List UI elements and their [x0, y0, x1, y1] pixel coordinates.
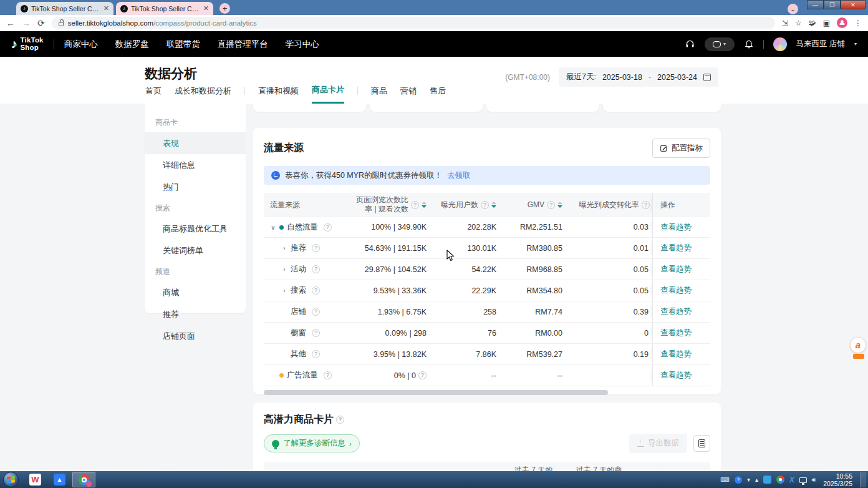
- help-icon[interactable]: ?: [418, 371, 427, 379]
- help-icon[interactable]: ?: [642, 201, 650, 209]
- taskbar-wps[interactable]: W: [24, 472, 47, 487]
- view-trend-link[interactable]: 查看趋势: [660, 285, 692, 296]
- sidebar-item-商品标题优化工具[interactable]: 商品标题优化工具: [145, 218, 246, 240]
- volume-icon[interactable]: 🔊︎: [812, 477, 816, 483]
- minimize-button[interactable]: —: [807, 0, 824, 9]
- scrollbar-thumb[interactable]: [264, 390, 608, 395]
- sort-icon[interactable]: [422, 202, 427, 208]
- expand-icon[interactable]: ∨: [270, 224, 276, 231]
- ime-icon[interactable]: ⌨︎: [720, 477, 729, 483]
- tab-商品[interactable]: 商品: [371, 85, 387, 103]
- lock-icon[interactable]: [59, 22, 64, 26]
- nav-item-直播管理平台[interactable]: 直播管理平台: [218, 39, 268, 50]
- sidebar-item-热门[interactable]: 热门: [145, 176, 246, 198]
- expand-icon[interactable]: ›: [281, 266, 287, 273]
- sidebar-item-关键词榜单[interactable]: 关键词榜单: [145, 240, 246, 261]
- help-icon[interactable]: ?: [312, 265, 320, 273]
- tray-dropdown-icon[interactable]: ▾: [747, 477, 750, 483]
- profile-avatar[interactable]: 👤︎: [837, 17, 847, 28]
- help-tray-icon[interactable]: ?: [735, 476, 742, 484]
- start-button[interactable]: [3, 472, 19, 487]
- bell-icon[interactable]: [744, 39, 754, 49]
- address-bar[interactable]: seller.tiktokglobalshop.com/compass/prod…: [52, 17, 775, 29]
- taskbar-chrome[interactable]: [72, 472, 95, 487]
- calendar-icon[interactable]: [703, 74, 711, 81]
- diagnosis-info-button[interactable]: 了解更多诊断信息 ›: [264, 434, 360, 452]
- clock[interactable]: 10:55 2025/3/25: [823, 472, 852, 487]
- shop-avatar[interactable]: [773, 37, 787, 51]
- back-icon[interactable]: ←: [6, 19, 15, 27]
- help-icon[interactable]: ?: [312, 308, 320, 316]
- tray-app-icon[interactable]: [763, 476, 771, 484]
- date-range-picker[interactable]: 最近7天: 2025-03-18 - 2025-03-24: [559, 67, 718, 87]
- sidebar-item-商城[interactable]: 商城: [145, 281, 246, 303]
- forward-icon[interactable]: →: [22, 19, 31, 27]
- show-desktop-button[interactable]: [860, 472, 866, 487]
- tray-expand-icon[interactable]: ▴: [755, 477, 758, 483]
- sidebar-item-推荐[interactable]: 推荐: [145, 303, 246, 325]
- view-trend-link[interactable]: 查看趋势: [660, 264, 692, 275]
- tiktok-shop-logo[interactable]: TikTok Shop: [21, 37, 44, 51]
- nav-item-学习中心[interactable]: 学习中心: [286, 39, 319, 50]
- nav-item-联盟带货[interactable]: 联盟带货: [166, 39, 200, 50]
- taskbar-meeting-app[interactable]: ▲: [48, 472, 71, 487]
- expand-icon[interactable]: ›: [281, 245, 287, 251]
- expand-icon[interactable]: ›: [281, 287, 287, 294]
- tray-chrome-icon[interactable]: [776, 476, 784, 484]
- sidebar-item-表现[interactable]: 表现: [145, 132, 246, 154]
- help-icon[interactable]: ?: [324, 223, 332, 232]
- share-icon[interactable]: ⇲: [782, 19, 788, 27]
- view-trend-link[interactable]: 查看趋势: [660, 306, 692, 317]
- report-list-button[interactable]: [693, 435, 710, 452]
- help-icon[interactable]: ?: [312, 350, 320, 358]
- extensions-puzzle-icon[interactable]: 🧩︎: [809, 19, 816, 27]
- bookmark-star-icon[interactable]: ☆: [795, 19, 802, 27]
- sidebar-item-店铺页面[interactable]: 店铺页面: [145, 325, 246, 347]
- network-icon[interactable]: [799, 477, 807, 483]
- promo-logo-icon[interactable]: a: [850, 337, 866, 353]
- view-trend-link[interactable]: 查看趋势: [660, 328, 692, 338]
- claim-coupon-link[interactable]: 去领取: [447, 170, 471, 181]
- account-chevron-icon[interactable]: ▾: [854, 41, 857, 47]
- view-trend-link[interactable]: 查看趋势: [660, 243, 692, 253]
- sort-icon[interactable]: [557, 202, 562, 208]
- view-trend-link[interactable]: 查看趋势: [660, 370, 692, 381]
- floating-promo-widget[interactable]: a: [850, 337, 867, 359]
- view-trend-link[interactable]: 查看趋势: [660, 349, 692, 359]
- help-icon[interactable]: ?: [547, 201, 555, 209]
- headset-icon[interactable]: [685, 39, 695, 49]
- view-trend-link[interactable]: 查看趋势: [660, 222, 692, 233]
- reload-icon[interactable]: ⟳: [37, 19, 45, 27]
- new-tab-button[interactable]: +: [219, 3, 230, 14]
- messages-button[interactable]: ▾: [705, 37, 735, 51]
- maximize-button[interactable]: ❐: [824, 0, 841, 9]
- horizontal-scrollbar[interactable]: [264, 390, 710, 395]
- nav-item-商家中心[interactable]: 商家中心: [64, 39, 98, 50]
- close-button[interactable]: ✕: [841, 0, 866, 9]
- nav-item-数据罗盘[interactable]: 数据罗盘: [115, 39, 149, 50]
- help-icon[interactable]: ?: [312, 329, 320, 337]
- help-icon[interactable]: ?: [481, 201, 489, 209]
- close-tab-icon[interactable]: ✕: [104, 4, 109, 12]
- side-panel-icon[interactable]: ▣: [823, 19, 830, 27]
- tray-x-app-icon[interactable]: X: [789, 476, 794, 484]
- tab-商品卡片[interactable]: 商品卡片: [312, 84, 344, 104]
- sort-icon[interactable]: [491, 202, 496, 208]
- tab-直播和视频[interactable]: 直播和视频: [258, 85, 299, 103]
- help-icon[interactable]: ?: [324, 371, 332, 379]
- help-icon[interactable]: ?: [312, 286, 320, 295]
- tab-成长和数据分析[interactable]: 成长和数据分析: [175, 85, 231, 103]
- browser-tab-1[interactable]: ♪ TikTok Shop Seller Center | Cr ✕: [16, 2, 113, 15]
- tab-首页[interactable]: 首页: [145, 85, 162, 103]
- configure-metrics-button[interactable]: 配置指标: [652, 139, 710, 158]
- account-name[interactable]: 马来西亚 店铺: [796, 39, 845, 49]
- menu-dots-icon[interactable]: ⋮: [854, 19, 862, 27]
- browser-tab-2[interactable]: ♪ TikTok Shop Seller Center | Cr ✕: [116, 2, 213, 15]
- tab-售后[interactable]: 售后: [430, 85, 446, 103]
- export-data-button[interactable]: 导出数据: [629, 434, 687, 453]
- sidebar-item-详细信息[interactable]: 详细信息: [145, 154, 246, 176]
- help-icon[interactable]: ?: [411, 201, 419, 209]
- help-icon[interactable]: ?: [312, 244, 320, 252]
- help-icon[interactable]: ?: [336, 416, 344, 424]
- tab-营销[interactable]: 营销: [400, 85, 417, 103]
